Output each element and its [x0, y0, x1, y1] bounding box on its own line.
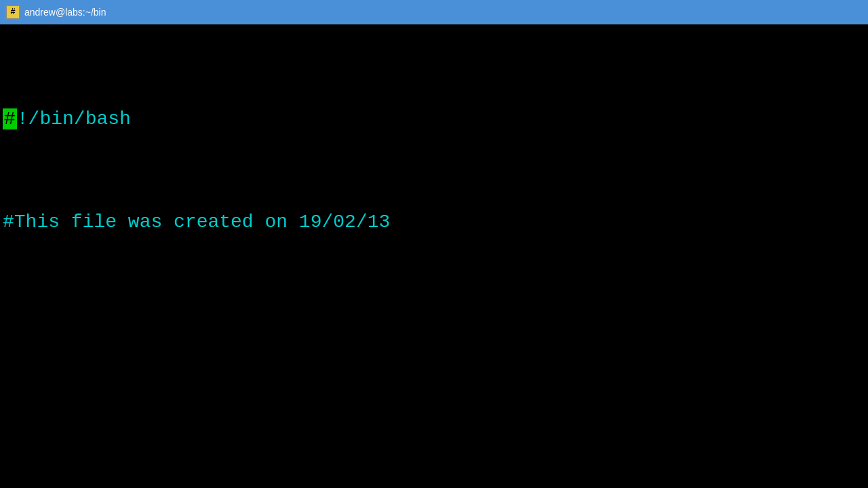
title-bar: # andrew@labs:~/bin	[0, 0, 868, 24]
line-blank-2	[3, 414, 865, 440]
terminal-body: #!/bin/bash #This file was created on 19…	[0, 24, 868, 488]
title-bar-text: andrew@labs:~/bin	[24, 7, 106, 18]
terminal-icon: #	[5, 5, 20, 20]
line-shebang: #!/bin/bash	[3, 106, 865, 132]
line-blank-1	[3, 312, 865, 338]
code-area: #!/bin/bash #This file was created on 19…	[3, 30, 865, 488]
line-comment: #This file was created on 19/02/13	[3, 209, 865, 235]
